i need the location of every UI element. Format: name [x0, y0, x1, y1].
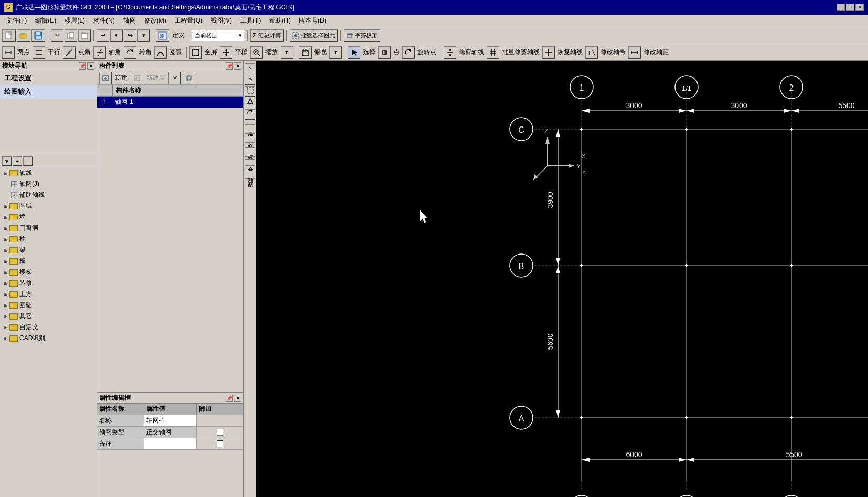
flat-view-button[interactable]: 平齐板顶 — [344, 29, 380, 42]
pin-button[interactable]: 📌 — [79, 62, 86, 70]
full-screen-button[interactable] — [189, 46, 202, 59]
nav-draw-input[interactable]: 绘图输入 — [0, 85, 97, 99]
menu-version[interactable]: 版本号(B) — [295, 15, 330, 26]
paste-button[interactable] — [78, 29, 91, 42]
axis-angle-button[interactable] — [93, 46, 106, 59]
point-angle-button[interactable] — [63, 46, 76, 59]
new-layer-button[interactable] — [131, 72, 143, 84]
tree-remove-button[interactable]: - — [23, 156, 33, 166]
nav-project-settings[interactable]: 工程设置 — [0, 71, 97, 85]
prop-note-checkbox[interactable] — [217, 440, 223, 447]
extend-button[interactable]: 延 伸 — [245, 124, 255, 131]
tree-item-earth[interactable]: ⊞ 土方 — [0, 289, 97, 300]
tree-item-area[interactable]: ⊞ 区域 — [0, 200, 97, 212]
modify-dist-button[interactable] — [628, 46, 641, 59]
delete-comp-button[interactable]: ✕ — [168, 72, 181, 84]
prop-type-attach[interactable] — [197, 427, 243, 438]
menu-tools[interactable]: 工具(T) — [236, 15, 265, 26]
restore-axis-button[interactable] — [542, 46, 555, 59]
prop-name-value[interactable]: 轴网-1 — [144, 415, 197, 426]
tree-item-grid[interactable]: 轴网(J) — [0, 178, 97, 189]
tree-item-cad[interactable]: ⊞ CAD识别 — [0, 333, 97, 344]
menu-view[interactable]: 视图(V) — [207, 15, 236, 26]
menu-quantity[interactable]: 工程量(Q) — [170, 15, 207, 26]
crosshair-button[interactable]: ⊕ — [245, 75, 255, 85]
tree-item-aux-axis[interactable]: 辅助轴线 — [0, 189, 97, 200]
select-button[interactable] — [348, 46, 360, 59]
prop-note-attach[interactable] — [197, 438, 243, 449]
trim-axis-button[interactable] — [444, 46, 456, 59]
window-controls[interactable]: _ □ ✕ — [837, 4, 864, 11]
menu-modify[interactable]: 修改(M) — [140, 15, 170, 26]
close-nav-button[interactable]: ✕ — [87, 62, 94, 70]
menu-component[interactable]: 构件(N) — [89, 15, 119, 26]
copy-comp-button[interactable] — [183, 72, 195, 84]
comp-pin-button[interactable]: 📌 — [226, 62, 233, 70]
turn-button[interactable] — [124, 46, 136, 59]
comp-row-1[interactable]: 1 轴网-1 — [97, 97, 243, 108]
split-button[interactable]: 动 分 割 — [245, 171, 255, 179]
maximize-button[interactable]: □ — [846, 4, 854, 11]
redo-button[interactable]: ↪ — [124, 29, 136, 42]
view-dropdown[interactable]: ▾ — [329, 46, 342, 59]
prop-note-value[interactable] — [144, 438, 197, 449]
tree-item-foundation[interactable]: ⊞ 基础 — [0, 300, 97, 311]
point-button[interactable] — [378, 46, 391, 59]
triangle-button[interactable] — [245, 98, 255, 108]
pan-button[interactable] — [220, 46, 232, 59]
props-pin-button[interactable]: 📌 — [226, 395, 233, 402]
copy-button[interactable] — [65, 29, 77, 42]
tree-item-wall[interactable]: ⊞ 墙 — [0, 212, 97, 223]
rotate-button[interactable] — [245, 109, 255, 120]
batch-trim-button[interactable] — [487, 46, 499, 59]
tree-add-button[interactable]: + — [13, 156, 22, 166]
comp-list-body[interactable]: 1 轴网-1 — [97, 97, 243, 392]
floor-dropdown[interactable]: 当前楼层 ▾ — [192, 30, 244, 41]
tree-item-axis[interactable]: ⊟ 轴线 — [0, 167, 97, 178]
cursor-button[interactable]: ↖ — [245, 63, 255, 73]
sum-calc-button[interactable]: Σ 汇总计算 — [250, 29, 284, 42]
zoom-dropdown[interactable]: ▾ — [281, 46, 293, 59]
menu-help[interactable]: 帮助(H) — [265, 15, 295, 26]
tree-filter-button[interactable]: ▼ — [2, 156, 12, 166]
tree-item-column[interactable]: ⊞ 柱 — [0, 234, 97, 245]
menu-floor[interactable]: 楼层(L) — [60, 15, 89, 26]
tree-item-beam[interactable]: ⊞ 梁 — [0, 245, 97, 256]
redo-dropdown[interactable]: ▾ — [137, 29, 150, 42]
prop-type-checkbox[interactable] — [217, 429, 223, 436]
box-select-button[interactable] — [245, 86, 255, 97]
merge-button[interactable]: 合 并 — [245, 159, 255, 166]
floor-dropdown-arrow[interactable]: ▾ — [239, 32, 242, 39]
trim-button[interactable]: 修 剪 — [245, 136, 255, 143]
save-button[interactable] — [31, 29, 45, 42]
undo-dropdown[interactable]: ▾ — [110, 29, 123, 42]
minimize-button[interactable]: _ — [837, 4, 845, 11]
view-button[interactable] — [299, 46, 312, 59]
modify-num-button[interactable]: Ⅰ — [585, 46, 598, 59]
tree-item-other[interactable]: ⊞ 其它 — [0, 311, 97, 322]
tree-item-slab[interactable]: ⊞ 板 — [0, 256, 97, 267]
menu-file[interactable]: 文件(F) — [2, 15, 31, 26]
new-button[interactable] — [2, 29, 16, 42]
arc-button[interactable] — [154, 46, 167, 59]
cut-button[interactable]: ✂ — [51, 29, 63, 42]
tree-item-custom[interactable]: ⊞ 自定义 — [0, 322, 97, 333]
define-button[interactable]: 定 — [156, 29, 169, 42]
cad-canvas-area[interactable]: 1 1/1 2 3 4 1 2 2 3 4 — [256, 61, 868, 497]
new-comp-button[interactable] — [99, 72, 112, 84]
menu-edit[interactable]: 编辑(E) — [31, 15, 60, 26]
zoom-button[interactable] — [250, 46, 263, 59]
parallel-button[interactable] — [33, 46, 45, 59]
tree-item-decor[interactable]: ⊞ 装修 — [0, 278, 97, 289]
open-button[interactable] — [17, 29, 30, 42]
undo-button[interactable]: ↩ — [97, 29, 109, 42]
comp-close-button[interactable]: ✕ — [234, 62, 241, 70]
props-close-button[interactable]: ✕ — [234, 395, 241, 402]
close-button[interactable]: ✕ — [855, 4, 864, 11]
batch-select-button[interactable]: 批量选择图元 — [290, 29, 338, 42]
rotate-point-button[interactable] — [402, 46, 415, 59]
menu-axis[interactable]: 轴网 — [119, 15, 140, 26]
break-button[interactable]: 打 断 — [245, 147, 255, 154]
two-point-button[interactable] — [2, 46, 15, 59]
tree-item-stair[interactable]: ⊞ 楼梯 — [0, 267, 97, 278]
